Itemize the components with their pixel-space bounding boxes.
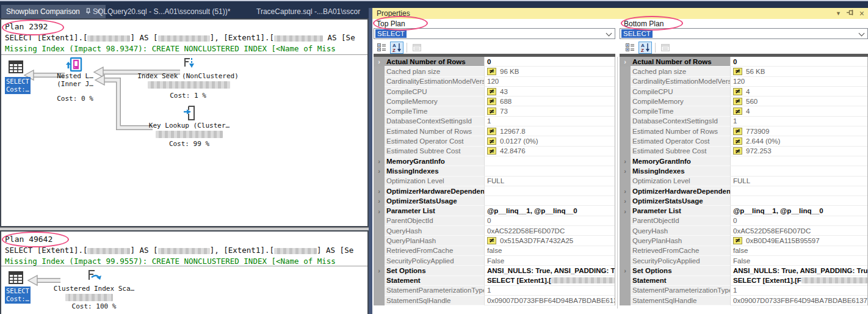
property-row[interactable]: CompileMemory≠560 [620,97,867,106]
property-name[interactable]: Cached plan size [385,67,485,76]
property-row[interactable]: ›MissingIndexes [374,166,615,176]
property-value[interactable]: ≠773909 [731,126,867,136]
property-value[interactable]: 0xAC522D58EF6D07DC [485,226,615,236]
property-name[interactable]: Optimization Level [631,177,731,186]
property-name[interactable]: CompileCPU [631,87,731,97]
property-value[interactable]: ≠43 [485,87,615,97]
property-name[interactable]: CompileTime [385,106,485,116]
property-name[interactable]: CardinalityEstimationModelVersion [385,77,485,87]
property-value[interactable] [485,156,615,166]
property-value[interactable]: 0 [731,57,867,67]
expand-arrow-icon[interactable]: › [374,206,385,216]
select-node-label[interactable]: SELECTCost:… [5,287,31,304]
key-lookup-icon[interactable] [184,105,197,123]
property-row[interactable]: CompileTime≠4 [620,106,867,116]
select-result-icon[interactable] [9,60,23,76]
property-name[interactable]: RetrievedFromCache [385,246,485,256]
property-name[interactable]: OptimizerHardwareDependentProperties [631,186,731,196]
property-value[interactable]: ≠42.8476 [485,147,615,156]
property-name[interactable]: DatabaseContextSettingsId [631,117,731,126]
property-value[interactable]: ≠560 [731,97,867,106]
property-name[interactable]: Estimated Subtree Cost [631,147,731,156]
property-value[interactable]: false [485,246,615,256]
property-value[interactable]: 1 [485,117,615,126]
property-value[interactable] [485,166,615,176]
property-value[interactable]: False [731,256,867,266]
property-value[interactable]: false [731,246,867,256]
expand-arrow-icon[interactable]: › [374,196,385,206]
property-row[interactable]: StatementParameterizationType1 [620,286,867,296]
clustered-index-scan-node[interactable]: Clustered Index Sca… [45,285,143,293]
property-row[interactable]: ›Parameter List@p__linq__1, @p__linq__0 [620,206,867,216]
top-plan-operator-combobox[interactable]: SELECT [374,28,615,39]
property-name[interactable]: StatementParameterizationType [631,286,731,296]
property-name[interactable]: Set Options [631,266,731,276]
property-name[interactable]: MemoryGrantInfo [631,156,731,166]
expand-arrow-icon[interactable]: › [620,166,631,176]
property-name[interactable]: Estimated Subtree Cost [385,147,485,156]
property-row[interactable]: Optimization LevelFULL [374,177,615,186]
property-name[interactable]: Actual Number of Rows [631,57,731,67]
index-seek-icon[interactable] [183,57,196,73]
property-row[interactable]: ›Set OptionsANSI_NULLS: True, ANSI_PADDI… [620,266,867,276]
property-value[interactable]: SELECT [Extent1].[ [485,276,615,286]
property-row[interactable]: Estimated Operator Cost≠2.644 (0%) [620,136,867,146]
property-name[interactable]: MissingIndexes [631,166,731,176]
property-name[interactable]: Optimization Level [385,177,485,186]
property-row[interactable]: Estimated Subtree Cost≠42.8476 [374,147,615,156]
property-name[interactable]: Estimated Operator Cost [631,136,731,146]
property-row[interactable]: StatementSELECT [Extent1].[F [620,276,867,286]
property-name[interactable]: OptimizerHardwareDependentProperties [385,186,485,196]
property-row[interactable]: ›Actual Number of Rows0 [620,57,867,67]
property-row[interactable]: ›OptimizerStatsUsage [374,196,615,206]
property-value[interactable]: 0x09007D0733FBF64D94BA7BDABE61373A4 [485,296,615,305]
expand-arrow-icon[interactable]: › [374,166,385,176]
expand-arrow-icon[interactable]: › [374,57,385,67]
categorized-button[interactable] [375,42,388,54]
property-value[interactable]: ≠2.644 (0%) [731,136,867,146]
expand-arrow-icon[interactable]: › [620,196,631,206]
expand-arrow-icon[interactable]: › [620,206,631,216]
property-value[interactable]: 1 [731,286,867,296]
property-name[interactable]: Actual Number of Rows [385,57,485,67]
key-lookup-node[interactable]: Key Lookup (Cluster… [136,122,243,130]
property-value[interactable] [731,196,867,206]
property-row[interactable]: CompileMemory≠688 [374,97,615,106]
property-row[interactable]: StatementParameterizationType1 [374,286,615,296]
alphabetical-sort-button[interactable]: AZ [638,42,652,54]
property-value[interactable] [485,186,615,196]
select-node-label[interactable]: SELECTCost:… [5,77,31,94]
property-name[interactable]: CompileCPU [385,87,485,97]
property-row[interactable]: ›OptimizerStatsUsage [620,196,867,206]
property-row[interactable]: StatementSqlHandle0x09007D0733FBF64D94BA… [620,296,867,305]
property-row[interactable]: ParentObjectId0 [620,216,867,226]
alphabetical-sort-button[interactable]: AZ [390,42,403,54]
index-seek-node[interactable]: Index Seek (NonClustered) [129,72,247,80]
property-row[interactable]: SecurityPolicyAppliedFalse [374,256,615,266]
property-row[interactable]: QueryHash0xAC522D58EF6D07DC [374,226,615,236]
property-value[interactable]: @p__linq__1, @p__linq__0 [485,206,615,216]
property-name[interactable]: QueryHash [385,226,485,236]
property-row[interactable]: Estimated Subtree Cost≠972.253 [620,147,867,156]
property-name[interactable]: Parameter List [385,206,485,216]
property-name[interactable]: SecurityPolicyApplied [385,256,485,266]
property-value[interactable]: ≠688 [485,97,615,106]
property-row[interactable]: CompileTime≠73 [374,106,615,116]
property-value[interactable]: FULL [731,177,867,186]
property-row[interactable]: ›OptimizerHardwareDependentProperties [374,186,615,196]
property-value[interactable] [731,186,867,196]
property-name[interactable]: StatementSqlHandle [631,296,731,305]
clustered-index-scan-icon[interactable] [85,269,102,287]
property-value[interactable]: ANSI_NULLS: True, ANSI_PADDING: True, A [731,266,867,276]
tab-sqlquery20[interactable]: SQLQuery20.sql - S...A01\ssconsult (51))… [93,5,230,18]
expand-arrow-icon[interactable]: › [374,186,385,196]
property-row[interactable]: RetrievedFromCachefalse [620,246,867,256]
property-value[interactable] [485,196,615,206]
nested-loops-node[interactable]: Nested L…(Inner J… [51,72,99,88]
property-row[interactable]: DatabaseContextSettingsId1 [374,117,615,126]
property-name[interactable]: QueryPlanHash [631,236,731,246]
property-row[interactable]: Optimization LevelFULL [620,177,867,186]
property-value[interactable]: False [485,256,615,266]
expand-arrow-icon[interactable]: › [620,186,631,196]
pin-icon[interactable] [847,9,854,18]
